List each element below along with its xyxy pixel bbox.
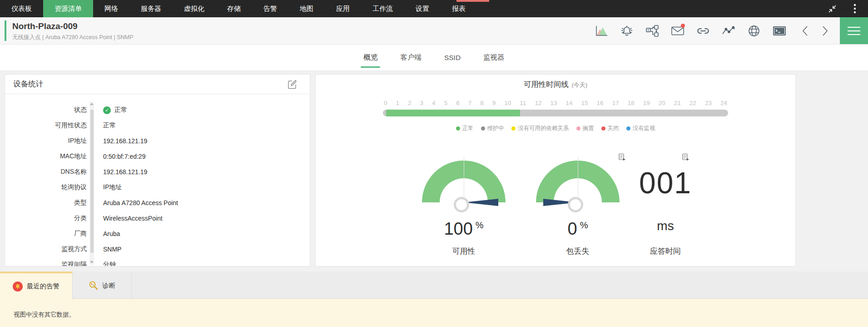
bottom-tab-strip: 最近的告警 诊断 (0, 272, 868, 299)
report-icon[interactable] (618, 153, 626, 163)
report-icon[interactable] (682, 153, 689, 163)
stat-row: 可用性状态正常 (5, 118, 310, 133)
response-time-unit: ms (620, 219, 711, 233)
device-header: North-Plaza-009 无线接入点 | Aruba A7280 Acce… (0, 17, 868, 45)
legend-item-没有可用的依赖关系: 没有可用的依赖关系 (511, 125, 569, 132)
device-stats-card: 设备统计 状态✓正常可用性状态正常IP地址192.168.121.19MAC地址… (5, 74, 310, 267)
gauges-region: 100% 可用性 0% 包丢失 001 ms 应答时间 (316, 154, 795, 266)
stat-row: DNS名称192.168.121.19 (5, 164, 310, 180)
stat-value: IP地址 (103, 183, 122, 191)
response-time-value: 001 (620, 168, 711, 198)
stats-rows: 状态✓正常可用性状态正常IP地址192.168.121.19MAC地址0:50:… (5, 102, 310, 267)
tab-diagnosis[interactable]: 诊断 (73, 272, 132, 298)
window-controls (825, 0, 868, 17)
terminal-icon[interactable] (773, 25, 786, 37)
legend-dot (456, 126, 460, 131)
device-stats-header: 设备统计 (5, 75, 310, 94)
scroll-up-icon[interactable] (90, 103, 94, 105)
nav-item-资源清单[interactable]: 资源清单 (43, 0, 93, 17)
stat-value: WirelessAccessPoint (103, 215, 163, 222)
availability-timeline: 0123456789101112131415161718192021222324… (383, 100, 728, 132)
response-time-widget: 001 ms 应答时间 (620, 154, 711, 257)
tab-SSID[interactable]: SSID (443, 45, 462, 70)
hour-label: 0 (384, 100, 387, 106)
bottom-panel-content: 视图中没有其它数据。 (0, 299, 868, 327)
stat-row: 监视方式SNMP (5, 241, 310, 257)
top-red-indicator (456, 0, 489, 2)
mail-notification-dot (681, 24, 685, 28)
device-stats-title: 设备统计 (13, 79, 43, 89)
response-time-label: 应答时间 (620, 246, 711, 257)
legend-item-没有监视: 没有监视 (626, 125, 655, 132)
nav-item-设置[interactable]: 设置 (404, 0, 441, 17)
hour-label: 22 (689, 100, 696, 106)
legend-label: 没有监视 (633, 125, 655, 132)
tab-客户端[interactable]: 客户端 (399, 45, 423, 70)
scrollbar-thumb[interactable] (90, 110, 94, 253)
mail-icon[interactable] (671, 25, 684, 37)
tab-监视器[interactable]: 监视器 (482, 45, 506, 70)
nav-item-虚拟化[interactable]: 虚拟化 (173, 0, 216, 17)
legend-label: 关闭 (608, 125, 619, 132)
link-icon[interactable] (696, 25, 710, 37)
stat-row: 类型Aruba A7280 Access Point (5, 195, 310, 211)
hour-label: 18 (628, 100, 635, 106)
stats-scrollbar[interactable] (89, 101, 94, 265)
timeline-hours: 0123456789101112131415161718192021222324 (383, 100, 728, 106)
legend-dot (511, 126, 516, 131)
hour-label: 10 (504, 100, 511, 106)
chevron-left-icon[interactable] (798, 25, 812, 37)
nav-items: 仪表板资源清单网络服务器虚拟化存储告警地图应用工作流设置报表 (0, 0, 477, 17)
legend-dot (601, 126, 605, 131)
globe-icon[interactable] (747, 25, 761, 37)
nav-item-网络[interactable]: 网络 (93, 0, 129, 17)
empty-message: 视图中没有其它数据。 (0, 299, 868, 319)
stat-label: 轮询协议 (5, 183, 87, 191)
nav-item-报表[interactable]: 报表 (441, 0, 477, 17)
alarm-icon[interactable] (620, 25, 634, 37)
hour-label: 24 (720, 100, 727, 106)
exit-fullscreen-icon[interactable] (825, 2, 839, 15)
scroll-down-icon[interactable] (90, 261, 94, 263)
workflow-icon[interactable] (645, 25, 659, 37)
hour-label: 13 (550, 100, 557, 106)
legend-dot (576, 126, 580, 131)
packet-loss-gauge-dial (536, 161, 620, 202)
edit-icon[interactable] (288, 80, 297, 91)
availability-gauge-dial (422, 161, 506, 202)
stat-row: 分类WirelessAccessPoint (5, 211, 310, 226)
hour-label: 4 (432, 100, 436, 106)
stat-label: 厂商 (5, 230, 87, 238)
nav-item-工作流[interactable]: 工作流 (361, 0, 404, 17)
stat-value: 正常 (103, 121, 116, 130)
legend-label: 没有可用的依赖关系 (518, 125, 569, 132)
nav-item-仪表板[interactable]: 仪表板 (0, 0, 43, 17)
timeline-bar[interactable] (383, 110, 728, 116)
line-chart-icon[interactable] (722, 25, 735, 37)
stat-row: 厂商Aruba (5, 226, 310, 241)
hour-label: 5 (444, 100, 448, 106)
stat-row: IP地址192.168.121.19 (5, 133, 310, 149)
status-ok-icon: ✓ (103, 106, 111, 114)
hour-label: 3 (420, 100, 424, 106)
stat-value: 0:50:bf:7:ed:29 (103, 153, 145, 160)
nav-item-存储[interactable]: 存储 (216, 0, 252, 17)
area-chart-icon[interactable] (595, 25, 608, 37)
hour-label: 12 (535, 100, 541, 106)
tab-recent-alarms-label: 最近的告警 (27, 282, 60, 291)
hour-label: 11 (520, 100, 526, 106)
tab-recent-alarms[interactable]: 最近的告警 (0, 272, 73, 299)
nav-item-地图[interactable]: 地图 (288, 0, 325, 17)
menu-icon[interactable] (840, 17, 868, 44)
nav-item-告警[interactable]: 告警 (252, 0, 288, 17)
kebab-menu-icon[interactable] (848, 2, 862, 15)
hour-label: 1 (396, 100, 400, 106)
packet-loss-gauge: 0% 包丢失 (528, 154, 628, 257)
chevron-right-icon[interactable] (818, 25, 832, 37)
nav-item-服务器[interactable]: 服务器 (129, 0, 173, 17)
hour-label: 8 (480, 100, 484, 106)
stat-row: 轮询协议IP地址 (5, 180, 310, 195)
nav-item-应用[interactable]: 应用 (325, 0, 361, 17)
hour-label: 6 (456, 100, 460, 106)
tab-概览[interactable]: 概览 (362, 45, 379, 70)
